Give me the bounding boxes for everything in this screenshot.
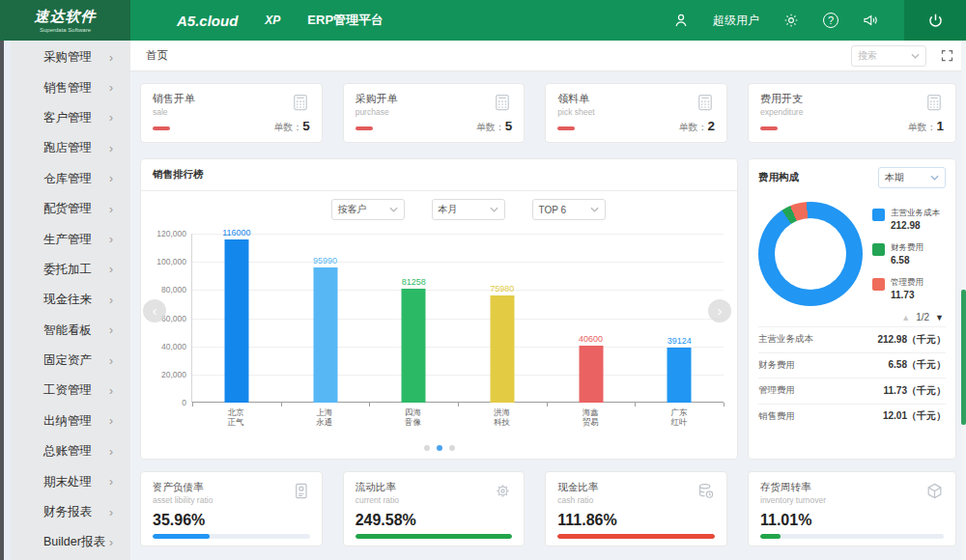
stat-card-subtitle: expenditure bbox=[760, 107, 944, 117]
progress-track bbox=[355, 534, 513, 539]
sidebar-item[interactable]: 出纳管理› bbox=[11, 406, 130, 436]
sidebar-item-label: 现金往来 bbox=[43, 292, 92, 308]
logo-subtitle: Superdata Software bbox=[40, 27, 91, 33]
stat-card-title: 费用开支 bbox=[760, 92, 944, 106]
stat-card[interactable]: 销售开单sale单数：5 bbox=[140, 83, 323, 143]
stat-card-row: 销售开单sale单数：5采购开单purchase单数：5领料单pick shee… bbox=[140, 83, 956, 143]
settings-gear-icon[interactable] bbox=[782, 12, 800, 29]
bar: 75980 bbox=[490, 295, 514, 403]
expense-row-label: 管理费用 bbox=[758, 384, 795, 397]
filter-period-select[interactable]: 本月 bbox=[432, 199, 505, 220]
sidebar-item-label: 工资管理 bbox=[43, 382, 92, 399]
announcement-horn-icon[interactable] bbox=[862, 12, 879, 29]
app-header: 速达软件 Superdata Software A5.cloud XP ERP管… bbox=[0, 0, 966, 41]
stat-card-title: 领料单 bbox=[557, 92, 715, 106]
sidebar-item[interactable]: 采购管理› bbox=[11, 42, 130, 72]
sidebar-item[interactable]: 工资管理› bbox=[11, 376, 130, 406]
legend-text: 主营业务成本212.98 bbox=[891, 208, 940, 231]
coins-icon bbox=[696, 482, 715, 504]
stat-count-label: 单数： bbox=[678, 122, 707, 132]
sidebar-item[interactable]: 生产管理› bbox=[11, 224, 130, 254]
y-tick-label: 100,000 bbox=[156, 257, 186, 266]
pager-down-icon[interactable]: ▼ bbox=[935, 313, 944, 322]
sidebar-item[interactable]: 客户管理› bbox=[11, 103, 130, 133]
ratio-card-title: 存货周转率 bbox=[760, 481, 944, 494]
carousel-prev-button[interactable]: ‹ bbox=[143, 299, 166, 322]
fullscreen-icon[interactable] bbox=[940, 48, 954, 63]
sidebar-item[interactable]: 固定资产› bbox=[11, 346, 130, 376]
progress-fill bbox=[760, 534, 781, 539]
stat-card[interactable]: 费用开支expenditure单数：1 bbox=[748, 83, 956, 143]
ratio-card[interactable]: 资产负债率asset libility ratio35.96% bbox=[140, 471, 323, 546]
gridline bbox=[192, 262, 724, 263]
calculator-icon bbox=[924, 93, 944, 116]
sidebar-item-label: 固定资产 bbox=[43, 352, 92, 369]
sidebar-item[interactable]: 委托加工› bbox=[11, 255, 130, 285]
ratio-card[interactable]: 流动比率current ratio249.58% bbox=[343, 471, 526, 546]
sidebar-item[interactable]: 配货管理› bbox=[11, 194, 130, 224]
carousel-dots bbox=[141, 445, 737, 451]
sidebar-item[interactable]: 仓库管理› bbox=[11, 164, 130, 194]
sidebar-item[interactable]: 现金往来› bbox=[11, 285, 130, 315]
pager-up-icon[interactable]: ▲ bbox=[901, 313, 910, 322]
sidebar-item[interactable]: 总账管理› bbox=[11, 436, 130, 466]
legend-value: 212.98 bbox=[891, 220, 940, 231]
sales-ranking-panel: 销售排行榜 按客户本月TOP 6 020,00040,00060,00080,0… bbox=[140, 158, 738, 460]
progress-track bbox=[760, 534, 944, 539]
sidebar-item[interactable]: 跑店管理› bbox=[11, 133, 130, 163]
sidebar-item-label: 出纳管理 bbox=[43, 413, 92, 430]
stat-card-subtitle: sale bbox=[153, 107, 310, 117]
expense-composition-panel: 费用构成 本期 主营业务成本212.98财务费用6.58管理费用11.73 ▲ bbox=[748, 158, 956, 460]
stat-card[interactable]: 采购开单purchase单数：5 bbox=[343, 83, 526, 143]
chevron-right-icon: › bbox=[109, 142, 113, 155]
sidebar-item[interactable]: Builder报表› bbox=[11, 527, 130, 557]
carousel-dot[interactable] bbox=[437, 445, 442, 451]
filter-top-select[interactable]: TOP 6 bbox=[532, 199, 606, 220]
x-tick bbox=[369, 403, 370, 406]
stat-dash bbox=[355, 126, 373, 130]
expense-row: 管理费用11.73（千元） bbox=[758, 378, 946, 404]
search-placeholder: 搜索 bbox=[858, 49, 907, 63]
carousel-next-button[interactable]: › bbox=[708, 299, 731, 322]
chevron-right-icon: › bbox=[109, 233, 113, 246]
scrollbar-track[interactable] bbox=[961, 41, 966, 560]
sidebar-item[interactable]: 财务报表› bbox=[11, 497, 130, 527]
stat-count-value: 1 bbox=[936, 119, 944, 133]
stat-card[interactable]: 领料单pick sheet单数：2 bbox=[545, 83, 727, 143]
y-tick-label: 0 bbox=[182, 398, 186, 407]
expense-row-label: 销售费用 bbox=[758, 410, 795, 423]
expense-row: 主营业务成本212.98（千元） bbox=[758, 326, 946, 352]
bar-value-label: 116000 bbox=[222, 228, 250, 238]
stat-dash bbox=[153, 126, 170, 130]
username[interactable]: 超级用户 bbox=[713, 13, 759, 29]
bar-value-label: 81258 bbox=[402, 277, 426, 287]
x-category-label: 洪海科技 bbox=[457, 408, 546, 428]
sidebar-item[interactable]: 智能看板› bbox=[11, 316, 130, 346]
filter-dimension-select[interactable]: 按客户 bbox=[331, 199, 405, 220]
ratio-card[interactable]: 现金比率cash ratio111.86% bbox=[545, 471, 727, 546]
carousel-dot[interactable] bbox=[449, 445, 455, 451]
sidebar-item-label: Builder报表 bbox=[43, 534, 105, 550]
logout-power-button[interactable] bbox=[904, 0, 966, 41]
ratio-card[interactable]: 存货周转率inventory turnover11.01% bbox=[748, 471, 956, 546]
x-tick bbox=[458, 403, 459, 406]
gridline bbox=[192, 319, 724, 320]
legend-item: 管理费用11.73 bbox=[872, 277, 940, 300]
y-tick-label: 120,000 bbox=[156, 229, 186, 238]
period-select[interactable]: 本期 bbox=[878, 167, 946, 188]
search-select[interactable]: 搜索 bbox=[851, 45, 926, 67]
sidebar-item[interactable]: 期末处理› bbox=[11, 466, 130, 496]
bar: 116000 bbox=[224, 239, 248, 403]
bar: 40600 bbox=[579, 346, 603, 403]
tab-home[interactable]: 首页 bbox=[146, 48, 168, 63]
chevron-down-icon bbox=[490, 207, 498, 212]
scrollbar-thumb[interactable] bbox=[961, 290, 966, 425]
chevron-right-icon: › bbox=[109, 51, 113, 65]
help-icon[interactable]: ? bbox=[823, 13, 838, 28]
donut-legend: 主营业务成本212.98财务费用6.58管理费用11.73 bbox=[872, 208, 940, 300]
carousel-dot[interactable] bbox=[424, 445, 430, 451]
sidebar-item[interactable]: 销售管理› bbox=[11, 72, 130, 102]
calculator-icon bbox=[291, 93, 310, 116]
stat-count: 单数：5 bbox=[273, 119, 310, 134]
x-category-label: 广东红叶 bbox=[635, 408, 724, 428]
